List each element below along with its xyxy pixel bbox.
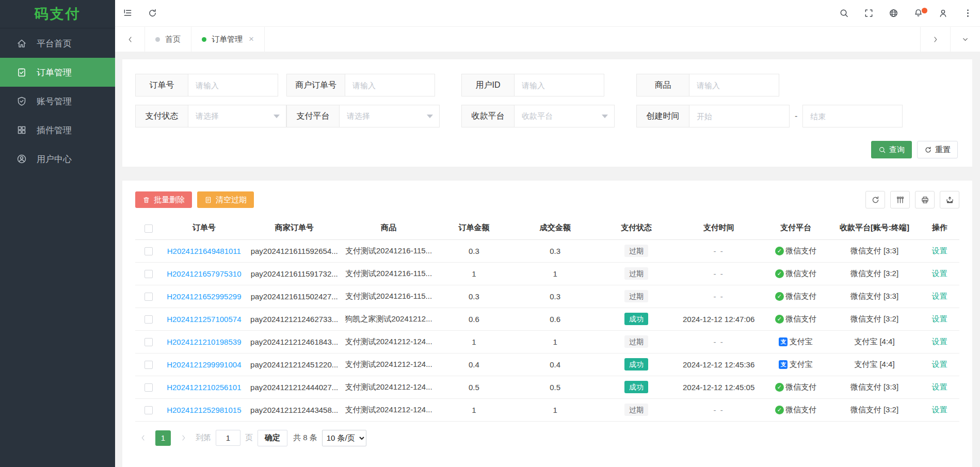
batch-delete-button[interactable]: 批量删除 <box>135 191 192 208</box>
current-page-button[interactable]: 1 <box>155 430 171 446</box>
prev-page-button[interactable] <box>135 430 151 446</box>
filter-cell: 商品 <box>636 74 958 96</box>
more-button[interactable] <box>955 0 980 26</box>
order-number-link[interactable]: H2024121652995299 <box>167 292 241 301</box>
filter-cell: 订单号 <box>135 74 286 96</box>
order-number-link[interactable]: H2024121657975310 <box>167 269 241 278</box>
account-cell: 微信支付 [3:2] <box>829 398 920 421</box>
user-icon <box>938 8 948 18</box>
order-no-cell: H2024121652995299 <box>162 285 246 308</box>
notifications-button[interactable] <box>906 0 930 26</box>
settings-link[interactable]: 设置 <box>932 292 947 300</box>
date-end-input[interactable] <box>810 112 895 121</box>
filter-field-control <box>515 74 604 96</box>
filter-select-control[interactable]: 请选择 <box>188 105 286 127</box>
settings-link[interactable]: 设置 <box>932 246 947 255</box>
caret-down-icon <box>274 115 280 118</box>
date-start-input[interactable] <box>697 112 782 121</box>
refresh-page-button[interactable] <box>140 0 165 26</box>
filter-text-input[interactable] <box>522 81 597 90</box>
refresh-tool-button[interactable] <box>865 191 885 208</box>
row-checkbox[interactable] <box>144 293 153 301</box>
account-cell: 微信支付 [3:3] <box>829 376 920 398</box>
account-cell: 支付宝 [4:4] <box>829 330 920 353</box>
status-cell: 成功 <box>598 376 675 398</box>
next-page-button[interactable] <box>175 430 191 446</box>
menu-toggle-button[interactable] <box>115 0 140 26</box>
search-button[interactable] <box>831 0 856 26</box>
order-number-link[interactable]: H2024121252981015 <box>167 406 241 414</box>
settings-link[interactable]: 设置 <box>932 382 947 391</box>
filter-text-input[interactable] <box>196 81 270 90</box>
tabs-scroll-right-button[interactable] <box>920 27 950 52</box>
columns-tool-button[interactable] <box>890 191 910 208</box>
row-checkbox-cell <box>135 285 162 308</box>
reset-button[interactable]: 重置 <box>917 141 958 158</box>
order-number-link[interactable]: H2024121210198539 <box>167 337 241 346</box>
filter-select-control[interactable]: 请选择 <box>340 105 440 127</box>
platform-label: 微信支付 <box>785 314 816 324</box>
merchant-order-no-cell: pay2024121212443458... <box>247 398 342 421</box>
filter-text-input[interactable] <box>697 81 772 90</box>
tab-2[interactable]: 订单管理× <box>191 27 265 52</box>
query-button[interactable]: 查询 <box>871 141 912 158</box>
row-checkbox[interactable] <box>144 315 153 324</box>
filter-text-input[interactable] <box>352 81 427 90</box>
row-checkbox-cell <box>135 262 162 285</box>
sidebar-item-2[interactable]: 订单管理 <box>0 58 115 87</box>
table-row: H2024121657975310pay2024121611591732...支… <box>135 262 959 285</box>
language-button[interactable] <box>881 0 906 26</box>
export-tool-button[interactable] <box>940 191 959 208</box>
sidebar-item-1[interactable]: 平台首页 <box>0 29 115 58</box>
pay-time-cell: - - <box>675 239 762 262</box>
account-cell: 微信支付 [3:2] <box>829 308 920 330</box>
close-icon[interactable]: × <box>249 34 254 44</box>
platform: ✓微信支付 <box>775 246 816 256</box>
row-checkbox[interactable] <box>144 383 153 392</box>
filter-select-control[interactable]: 收款平台 <box>515 105 615 127</box>
platform-cell-td: 支支付宝 <box>762 353 829 376</box>
action-cell: 设置 <box>920 330 959 353</box>
order-number-link[interactable]: H2024121210256101 <box>167 383 241 392</box>
sidebar-item-4[interactable]: 插件管理 <box>0 116 115 144</box>
platform: ✓微信支付 <box>775 382 816 392</box>
order-number-link[interactable]: H2024121257100574 <box>167 315 241 324</box>
order-number-link[interactable]: H2024121299991004 <box>167 360 241 369</box>
select-all-checkbox[interactable] <box>144 224 153 233</box>
tabs-menu-button[interactable] <box>950 27 980 52</box>
platform-label: 微信支付 <box>785 292 816 301</box>
chevron-left-icon <box>139 434 147 442</box>
page-size-select[interactable]: 10 条/页 <box>322 430 366 446</box>
settings-link[interactable]: 设置 <box>932 337 947 346</box>
goto-confirm-button[interactable]: 确定 <box>258 430 287 446</box>
tab-1[interactable]: 首页 <box>144 27 191 52</box>
page-number-input[interactable] <box>216 430 240 446</box>
tab-label: 首页 <box>165 35 181 44</box>
date-range-separator: - <box>795 111 797 121</box>
row-checkbox[interactable] <box>144 247 153 255</box>
fullscreen-button[interactable] <box>856 0 881 26</box>
tabs-scroll-left-button[interactable] <box>115 27 145 52</box>
settings-link[interactable]: 设置 <box>932 360 947 368</box>
sidebar-item-5[interactable]: 用户中心 <box>0 144 115 173</box>
settings-link[interactable]: 设置 <box>932 314 947 323</box>
order-amount-cell: 0.6 <box>435 308 512 330</box>
row-checkbox[interactable] <box>144 338 153 346</box>
platform-label: 微信支付 <box>785 269 816 279</box>
action-cell: 设置 <box>920 285 959 308</box>
settings-link[interactable]: 设置 <box>932 269 947 278</box>
row-checkbox[interactable] <box>144 361 153 369</box>
row-checkbox[interactable] <box>144 406 153 414</box>
row-checkbox-cell <box>135 376 162 398</box>
settings-link[interactable]: 设置 <box>932 405 947 414</box>
sidebar-item-3[interactable]: 账号管理 <box>0 87 115 116</box>
row-checkbox[interactable] <box>144 270 153 278</box>
order-number-link[interactable]: H2024121649481011 <box>167 247 241 255</box>
product-cell: 支付测试20241216-115... <box>342 239 435 262</box>
clear-expired-button[interactable]: 清空过期 <box>197 191 254 208</box>
notification-dot <box>922 8 927 13</box>
sidebar-item-label: 用户中心 <box>37 153 72 165</box>
status-cell: 成功 <box>598 353 675 376</box>
user-menu-button[interactable] <box>930 0 955 26</box>
print-tool-button[interactable] <box>915 191 935 208</box>
